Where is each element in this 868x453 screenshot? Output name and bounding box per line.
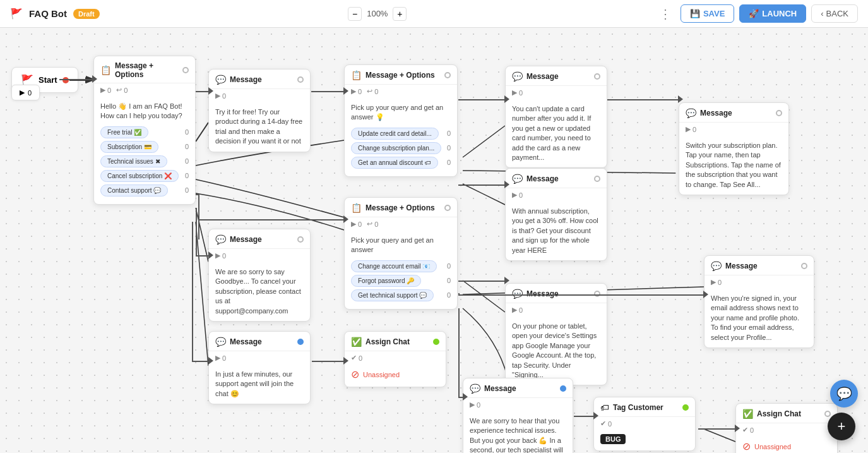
- node-handle[interactable]: [594, 176, 600, 182]
- message-node-8: 💬 Message ▶0 On your phone or tablet, op…: [505, 283, 607, 385]
- conn-tag-assign2: [698, 428, 737, 430]
- option-row: Technical issues ✖ 0: [100, 155, 189, 167]
- message-options-node-1: 📋 Message + Options ▶0 ↩0 Hello 👋 I am a…: [93, 56, 196, 205]
- option-row: Contact support 💬 0: [100, 184, 189, 196]
- conn-msg1-msg4-h: [196, 255, 210, 257]
- unassigned-icon: ⊘: [351, 368, 359, 380]
- message-node-4: 💬 Message ▶0 We are so sorry to say Good…: [208, 229, 311, 322]
- more-options-button[interactable]: ⋮: [655, 6, 675, 21]
- save-icon: 💾: [690, 9, 700, 18]
- message-node-5: 💬 Message ▶0 In just a few minutes, our …: [208, 331, 311, 404]
- save-button[interactable]: 💾 SAVE: [681, 4, 734, 23]
- node-handle[interactable]: [801, 263, 807, 269]
- conn-arrow: [703, 291, 708, 298]
- message-node-3: 💬 Message ▶0 You can't update a card num…: [505, 66, 607, 168]
- conn-msg10-tag: [574, 416, 595, 417]
- option-pill[interactable]: Cancel subscription ❌: [100, 170, 179, 182]
- node-handle[interactable]: [182, 67, 189, 73]
- launch-icon: 🚀: [749, 9, 759, 18]
- node-handle[interactable]: [824, 411, 831, 417]
- add-fab[interactable]: +: [828, 413, 855, 440]
- canvas[interactable]: 🚩 Start ▶ 0 📋 Message + Options ▶0 ↩0 He…: [0, 28, 868, 453]
- option-pill[interactable]: Contact support 💬: [100, 184, 168, 196]
- node-body: We are so sorry to say Goodbye... To can…: [209, 262, 310, 321]
- start-label: Start: [39, 75, 57, 85]
- node-handle[interactable]: [682, 404, 689, 411]
- node-handle[interactable]: [444, 72, 451, 78]
- node-body: On your phone or tablet, open your devic…: [506, 317, 607, 385]
- message-node-10: 💬 Message ▶0 We are sorry to hear that y…: [463, 378, 573, 453]
- conn-arrow: [208, 357, 213, 365]
- conn-arrow: [504, 181, 509, 188]
- option-row: Change account email 📧 0: [351, 260, 451, 272]
- chevron-left-icon: ‹: [821, 9, 823, 18]
- start-stat-box: ▶ 0: [11, 85, 40, 100]
- message-options-node-3: 📋 Message + Options ▶0 ↩0 Pick your quer…: [344, 197, 458, 310]
- node-body: We are sorry to hear that you experience…: [463, 411, 573, 453]
- option-row: Subscription 💳 0: [100, 141, 189, 153]
- conn-arrow: [208, 251, 213, 259]
- conn-arrow: [343, 357, 348, 365]
- conn-msg1-msg4-v: [196, 208, 197, 255]
- conn-arrow: [735, 425, 740, 432]
- option-row: Cancel subscription ❌ 0: [100, 170, 189, 182]
- node-body: Switch your subscription plan. Tap your …: [679, 136, 788, 195]
- option-pill[interactable]: Technical issues ✖: [100, 155, 167, 167]
- message-node-9: 💬 Message ▶0 When you're signed in, your…: [704, 255, 814, 348]
- option-row: Get technical support 💬 0: [351, 289, 451, 301]
- message-node-6: 💬 Message ▶0 With annual subscription, y…: [505, 168, 607, 261]
- node-handle[interactable]: [776, 110, 782, 116]
- app-title: FAQ Bot: [29, 8, 67, 19]
- message-node-2: 💬 Message ▶0 Try it for free! Try our pr…: [208, 69, 311, 152]
- node-body: In just a few minutes, our support agent…: [209, 365, 310, 404]
- node-handle[interactable]: [433, 339, 439, 345]
- node-handle[interactable]: [444, 205, 451, 211]
- node-handle[interactable]: [297, 339, 304, 345]
- option-row: Change subscription plan... 0: [351, 142, 451, 154]
- conn-msg1-opt3-h2: [198, 219, 345, 220]
- node-handle[interactable]: [594, 291, 600, 297]
- conn-opt3-msg8: [458, 281, 506, 282]
- conn-start-msg1: [59, 79, 94, 80]
- option-pill[interactable]: Subscription 💳: [100, 141, 158, 153]
- conn-arrow: [463, 393, 468, 401]
- option-row: Update credit card detail... 0: [351, 128, 451, 140]
- conn-msg3-msg7: [607, 99, 680, 100]
- back-button[interactable]: ‹ BACK: [811, 4, 858, 23]
- conn-msg1-msg5-h: [192, 361, 210, 362]
- conn-arrow: [208, 87, 213, 95]
- conn-arrow: [343, 215, 348, 223]
- node-body: Hello 👋 I am an FAQ Bot! How can I help …: [94, 97, 195, 126]
- node-body: When you're signed in, your email addres…: [705, 289, 814, 347]
- node-handle[interactable]: [560, 385, 566, 392]
- conn-opt3-msg9-h2: [458, 294, 705, 296]
- conn-arrow: [593, 412, 598, 420]
- option-row: Forgot password 🔑 0: [351, 275, 451, 287]
- assign-chat-node-1: ✅ Assign Chat ✔0 ⊘ Unassigned: [344, 331, 446, 387]
- node-body: Pick your query and get an answer: [345, 231, 457, 260]
- tag-badge: BUG: [600, 434, 626, 444]
- zoom-out-button[interactable]: −: [348, 7, 362, 21]
- conn-opt2-msg3: [458, 99, 506, 100]
- conn-opt2-msg6: [458, 184, 506, 186]
- node-handle[interactable]: [297, 236, 304, 243]
- chat-fab[interactable]: 💬: [830, 380, 858, 408]
- flag-icon: 🚩: [10, 8, 23, 20]
- tag-customer-node: 🏷 Tag Customer ✔0 BUG: [593, 397, 696, 451]
- conn-arrow: [92, 75, 97, 83]
- node-body: Try it for free! Try our product during …: [209, 102, 310, 152]
- node-options: Free trial ✅ 0 Subscription 💳 0 Technica…: [94, 126, 195, 204]
- launch-button[interactable]: 🚀 LAUNCH: [739, 4, 806, 23]
- conn-msg1-msg5-v: [192, 222, 193, 361]
- conn-msg1-msg2: [196, 91, 210, 92]
- conn-arrow: [678, 95, 683, 103]
- topbar: 🚩 FAQ Bot Draft − 100% + ⋮ 💾 SAVE 🚀 LAUN…: [0, 0, 868, 28]
- node-handle[interactable]: [297, 76, 304, 83]
- draft-badge: Draft: [73, 9, 100, 19]
- assign-chat-node-2: ✅ Assign Chat ✔0 ⊘ Unassigned: [735, 403, 838, 453]
- conn-opt3-msg10-v: [458, 308, 460, 397]
- conn-arrow: [504, 95, 509, 103]
- node-handle[interactable]: [594, 73, 600, 80]
- option-pill[interactable]: Free trial ✅: [100, 126, 148, 138]
- zoom-in-button[interactable]: +: [393, 7, 407, 21]
